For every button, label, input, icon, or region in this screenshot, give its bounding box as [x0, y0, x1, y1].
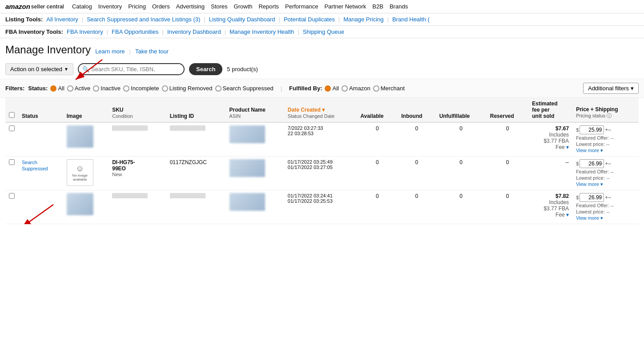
row3-fee: $7.82 Includes$3.77 FBAFee ▾: [528, 190, 572, 224]
col-sku-sub: Condition: [112, 113, 133, 119]
fba-tools-bar: FBA Inventory Tools: FBA Inventory | FBA…: [0, 26, 644, 38]
radio-empty-icon: [67, 85, 73, 92]
listing-tools-search-suppressed[interactable]: Search Suppressed and Inactive Listings …: [87, 16, 200, 23]
search-button[interactable]: Search: [189, 63, 222, 75]
row3-price-input[interactable]: [580, 193, 604, 202]
row1-checkbox[interactable]: [9, 125, 15, 131]
brand-logo: amazon seller central: [5, 3, 64, 10]
row3-price-plus[interactable]: +–: [605, 194, 611, 201]
take-tour-link[interactable]: Take the tour: [135, 48, 169, 55]
listing-tools-quality-dashboard[interactable]: Listing Quality Dashboard: [209, 16, 275, 23]
row2-product-blur: [229, 159, 265, 177]
status-filter-group: Status: All Active Inactive Incomplete L…: [28, 85, 273, 92]
row2-view-more[interactable]: View more ▾: [576, 181, 635, 187]
nav-growth[interactable]: Growth: [234, 3, 253, 10]
row1-dates: 7/2022 03:27:33 22 03:28:53: [284, 122, 357, 157]
row3-view-more[interactable]: View more ▾: [576, 215, 635, 221]
listing-tools-potential-duplicates[interactable]: Potential Duplicates: [284, 16, 335, 23]
listing-tools-bar: Listing Tools: All Inventory | Search Su…: [0, 13, 644, 26]
row3-sku: [109, 190, 166, 224]
row3-fee-chevron[interactable]: ▾: [566, 212, 569, 218]
action-on-selected-button[interactable]: Action on 0 selected ▼: [5, 63, 73, 75]
page-title: Manage Inventory: [5, 44, 91, 56]
col-date-created[interactable]: Date Created ▾Status Changed Date: [284, 98, 357, 122]
row2-listing-id-text: 0117ZNZGJGC: [170, 159, 207, 165]
row3-price-cell: $ +– Featured Offer: -- Lowest price: --…: [576, 193, 635, 221]
seller-central-text: seller central: [31, 4, 64, 10]
status-listing-removed-radio[interactable]: Listing Removed: [162, 85, 213, 92]
learn-more-link[interactable]: Learn more: [95, 48, 125, 55]
table-header-row: Status Image SKUCondition Listing ID Pro…: [5, 98, 639, 122]
select-all-checkbox[interactable]: [9, 112, 15, 118]
nav-partner-network[interactable]: Partner Network: [324, 3, 366, 10]
row1-view-more[interactable]: View more ▾: [576, 148, 635, 153]
row2-currency: $: [576, 161, 579, 166]
fba-opportunities-link[interactable]: FBA Opportunities: [112, 28, 159, 35]
listing-tools-manage-pricing[interactable]: Manage Pricing: [343, 16, 383, 23]
row2-price-plus[interactable]: +–: [605, 161, 611, 167]
no-image-box: ☺ No imageavailable: [67, 159, 93, 186]
row1-product-blur: [229, 125, 265, 143]
row1-price-input[interactable]: [580, 125, 604, 134]
manage-inventory-health-link[interactable]: Manage Inventory Health: [229, 28, 294, 35]
status-all-radio[interactable]: All: [50, 85, 64, 92]
search-input[interactable]: [91, 64, 180, 74]
fba-inventory-link[interactable]: FBA Inventory: [67, 28, 103, 35]
row1-unfulfillable: 0: [436, 122, 487, 157]
additional-filters-button[interactable]: Additional filters ▾: [583, 83, 639, 94]
nav-stores[interactable]: Stores: [211, 3, 228, 10]
row2-price-input[interactable]: [580, 159, 604, 168]
table-row: 01/17/2022 03:24:41 01/17/2022 03:25:53 …: [5, 190, 639, 224]
status-search-suppressed-radio[interactable]: Search Suppressed: [215, 85, 274, 92]
row2-price-input-row: $ +–: [576, 159, 635, 168]
row1-checkbox-cell: [5, 122, 18, 157]
row3-product-image: [67, 193, 93, 215]
row3-listing-id-blur: [170, 193, 205, 198]
row1-reserved: 0: [487, 122, 528, 157]
fulfilled-all-radio[interactable]: All: [325, 85, 338, 92]
col-inbound: Inbound: [398, 98, 435, 122]
nav-orders[interactable]: Orders: [152, 3, 170, 10]
row3-reserved: 0: [487, 190, 528, 224]
col-asin-sub: ASIN: [229, 113, 241, 119]
radio-filled-icon: [325, 85, 331, 92]
col-price-shipping: Price + Shipping Pricing status ⓘ: [572, 98, 639, 122]
row1-price-input-row: $ +–: [576, 125, 635, 134]
table-row: 7/2022 03:27:33 22 03:28:53 0 0 0 0 $7.6…: [5, 122, 639, 157]
row1-price: $ +– Featured Offer: -- Lowest price: --…: [572, 122, 639, 157]
page-header: Manage Inventory Learn more | Take the t…: [0, 38, 644, 60]
status-inactive-radio[interactable]: Inactive: [93, 85, 121, 92]
product-count: 5 product(s): [227, 66, 258, 72]
row2-status-badge[interactable]: SearchSuppressed: [22, 160, 48, 171]
listing-tools-all-inventory[interactable]: All Inventory: [46, 16, 78, 23]
nav-performance[interactable]: Performance: [285, 3, 318, 10]
fulfilled-amazon-radio[interactable]: Amazon: [342, 85, 370, 92]
nav-advertising[interactable]: Advertising: [176, 3, 205, 10]
nav-catalog[interactable]: Catalog: [72, 3, 92, 10]
nav-brands[interactable]: Brands: [390, 3, 408, 10]
row1-sku: [109, 122, 166, 157]
shipping-queue-link[interactable]: Shipping Queue: [303, 28, 344, 35]
row1-fee-chevron[interactable]: ▾: [566, 144, 569, 150]
row3-currency: $: [576, 195, 579, 200]
nav-b2b[interactable]: B2B: [372, 3, 383, 10]
table-row: SearchSuppressed ☺ No imageavailable DI-…: [5, 157, 639, 190]
fulfilled-merchant-radio[interactable]: Merchant: [373, 85, 405, 92]
inventory-dashboard-link[interactable]: Inventory Dashboard: [167, 28, 221, 35]
nav-pricing[interactable]: Pricing: [128, 3, 146, 10]
nav-inventory[interactable]: Inventory: [98, 3, 122, 10]
row1-listing-id-blur: [170, 125, 205, 131]
radio-empty-icon: [342, 85, 348, 92]
row1-price-cell: $ +– Featured Offer: -- Lowest price: --…: [576, 125, 635, 153]
amazon-smile-icon: ☺: [76, 164, 84, 173]
row3-checkbox[interactable]: [9, 193, 15, 199]
listing-tools-brand-health[interactable]: Brand Health (: [392, 16, 430, 23]
row3-fee-amount: $7.82: [555, 193, 569, 199]
fulfilled-by-filter-group: Fulfilled By: All Amazon Merchant: [289, 85, 405, 92]
status-filter-label: Status:: [28, 85, 48, 92]
status-incomplete-radio[interactable]: Incomplete: [123, 85, 159, 92]
row1-price-plus[interactable]: +–: [605, 127, 611, 133]
nav-reports[interactable]: Reports: [258, 3, 279, 10]
status-active-radio[interactable]: Active: [67, 85, 90, 92]
row2-checkbox[interactable]: [9, 159, 15, 165]
